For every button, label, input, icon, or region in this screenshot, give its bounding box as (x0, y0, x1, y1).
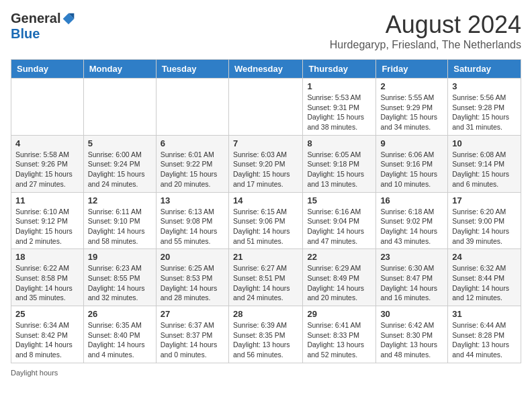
day-number: 4 (15, 138, 79, 148)
day-number: 8 (307, 138, 371, 148)
day-number: 3 (452, 81, 517, 91)
weekday-header: Saturday (448, 60, 521, 79)
day-number: 31 (452, 309, 517, 319)
calendar-day-cell: 31Sunrise: 6:44 AM Sunset: 8:28 PM Dayli… (448, 306, 521, 363)
calendar-day-cell: 3Sunrise: 5:56 AM Sunset: 9:28 PM Daylig… (448, 79, 521, 136)
day-info: Sunrise: 5:55 AM Sunset: 9:29 PM Dayligh… (380, 93, 443, 132)
calendar-day-cell: 25Sunrise: 6:34 AM Sunset: 8:42 PM Dayli… (11, 306, 84, 363)
daylight-label: Daylight hours (11, 369, 58, 377)
day-number: 28 (233, 309, 298, 319)
day-info: Sunrise: 6:42 AM Sunset: 8:30 PM Dayligh… (380, 320, 443, 360)
calendar-day-cell: 14Sunrise: 6:15 AM Sunset: 9:06 PM Dayli… (228, 192, 302, 249)
calendar-day-cell: 27Sunrise: 6:37 AM Sunset: 8:37 PM Dayli… (156, 306, 228, 363)
weekday-header: Friday (376, 60, 448, 79)
calendar-subtitle: Hurdegaryp, Friesland, The Netherlands (330, 39, 521, 51)
day-info: Sunrise: 5:56 AM Sunset: 9:28 PM Dayligh… (452, 93, 517, 132)
day-info: Sunrise: 6:22 AM Sunset: 8:58 PM Dayligh… (15, 263, 79, 303)
day-info: Sunrise: 6:00 AM Sunset: 9:24 PM Dayligh… (88, 150, 152, 189)
calendar-day-cell: 22Sunrise: 6:29 AM Sunset: 8:49 PM Dayli… (303, 249, 376, 306)
day-info: Sunrise: 6:35 AM Sunset: 8:40 PM Dayligh… (88, 320, 152, 360)
weekday-header: Wednesday (228, 60, 302, 79)
day-info: Sunrise: 6:44 AM Sunset: 8:28 PM Dayligh… (452, 320, 517, 360)
calendar-day-cell: 18Sunrise: 6:22 AM Sunset: 8:58 PM Dayli… (11, 249, 84, 306)
calendar-day-cell: 26Sunrise: 6:35 AM Sunset: 8:40 PM Dayli… (83, 306, 156, 363)
calendar-day-cell: 29Sunrise: 6:41 AM Sunset: 8:33 PM Dayli… (303, 306, 376, 363)
logo-general-text: General (11, 11, 60, 26)
day-number: 29 (307, 309, 371, 319)
calendar-day-cell (83, 79, 156, 136)
day-info: Sunrise: 5:53 AM Sunset: 9:31 PM Dayligh… (307, 93, 371, 132)
calendar-day-cell: 8Sunrise: 6:05 AM Sunset: 9:18 PM Daylig… (303, 135, 376, 192)
calendar-day-cell: 20Sunrise: 6:25 AM Sunset: 8:53 PM Dayli… (156, 249, 228, 306)
day-info: Sunrise: 6:10 AM Sunset: 9:12 PM Dayligh… (15, 207, 79, 246)
day-info: Sunrise: 6:29 AM Sunset: 8:49 PM Dayligh… (307, 263, 371, 303)
calendar-day-cell: 15Sunrise: 6:16 AM Sunset: 9:04 PM Dayli… (303, 192, 376, 249)
page-header: General Blue August 2024 Hurdegaryp, Fri… (11, 11, 521, 51)
day-number: 21 (233, 252, 298, 262)
title-block: August 2024 Hurdegaryp, Friesland, The N… (330, 11, 521, 51)
weekday-header: Tuesday (156, 60, 228, 79)
day-number: 5 (88, 138, 152, 148)
calendar-day-cell: 23Sunrise: 6:30 AM Sunset: 8:47 PM Dayli… (376, 249, 448, 306)
day-number: 27 (161, 309, 224, 319)
day-info: Sunrise: 6:01 AM Sunset: 9:22 PM Dayligh… (161, 150, 224, 189)
day-number: 30 (380, 309, 443, 319)
day-info: Sunrise: 6:41 AM Sunset: 8:33 PM Dayligh… (307, 320, 371, 360)
calendar-day-cell (156, 79, 228, 136)
calendar-week-row: 18Sunrise: 6:22 AM Sunset: 8:58 PM Dayli… (11, 249, 521, 306)
calendar-day-cell: 4Sunrise: 5:58 AM Sunset: 9:26 PM Daylig… (11, 135, 84, 192)
day-number: 1 (307, 81, 371, 91)
logo-icon (62, 12, 75, 26)
calendar-day-cell: 9Sunrise: 6:06 AM Sunset: 9:16 PM Daylig… (376, 135, 448, 192)
calendar-day-cell: 13Sunrise: 6:13 AM Sunset: 9:08 PM Dayli… (156, 192, 228, 249)
calendar-day-cell: 28Sunrise: 6:39 AM Sunset: 8:35 PM Dayli… (228, 306, 302, 363)
day-info: Sunrise: 6:27 AM Sunset: 8:51 PM Dayligh… (233, 263, 298, 303)
calendar-day-cell: 16Sunrise: 6:18 AM Sunset: 9:02 PM Dayli… (376, 192, 448, 249)
day-info: Sunrise: 6:18 AM Sunset: 9:02 PM Dayligh… (380, 207, 443, 246)
weekday-header: Sunday (11, 60, 84, 79)
day-number: 6 (161, 138, 224, 148)
day-info: Sunrise: 6:34 AM Sunset: 8:42 PM Dayligh… (15, 320, 79, 360)
calendar-day-cell: 21Sunrise: 6:27 AM Sunset: 8:51 PM Dayli… (228, 249, 302, 306)
day-number: 18 (15, 252, 79, 262)
calendar-week-row: 1Sunrise: 5:53 AM Sunset: 9:31 PM Daylig… (11, 79, 521, 136)
day-info: Sunrise: 6:13 AM Sunset: 9:08 PM Dayligh… (161, 207, 224, 246)
day-number: 15 (307, 195, 371, 205)
calendar-day-cell: 2Sunrise: 5:55 AM Sunset: 9:29 PM Daylig… (376, 79, 448, 136)
day-number: 23 (380, 252, 443, 262)
calendar-week-row: 25Sunrise: 6:34 AM Sunset: 8:42 PM Dayli… (11, 306, 521, 363)
day-number: 20 (161, 252, 224, 262)
calendar-week-row: 11Sunrise: 6:10 AM Sunset: 9:12 PM Dayli… (11, 192, 521, 249)
calendar-day-cell: 1Sunrise: 5:53 AM Sunset: 9:31 PM Daylig… (303, 79, 376, 136)
day-number: 11 (15, 195, 79, 205)
day-info: Sunrise: 6:32 AM Sunset: 8:44 PM Dayligh… (452, 263, 517, 303)
day-info: Sunrise: 6:39 AM Sunset: 8:35 PM Dayligh… (233, 320, 298, 360)
calendar-day-cell: 10Sunrise: 6:08 AM Sunset: 9:14 PM Dayli… (448, 135, 521, 192)
day-info: Sunrise: 6:37 AM Sunset: 8:37 PM Dayligh… (161, 320, 224, 360)
day-info: Sunrise: 6:08 AM Sunset: 9:14 PM Dayligh… (452, 150, 517, 189)
day-number: 10 (452, 138, 517, 148)
calendar-day-cell: 30Sunrise: 6:42 AM Sunset: 8:30 PM Dayli… (376, 306, 448, 363)
weekday-header-row: SundayMondayTuesdayWednesdayThursdayFrid… (11, 60, 521, 79)
calendar-day-cell: 6Sunrise: 6:01 AM Sunset: 9:22 PM Daylig… (156, 135, 228, 192)
day-number: 13 (161, 195, 224, 205)
day-info: Sunrise: 6:05 AM Sunset: 9:18 PM Dayligh… (307, 150, 371, 189)
day-info: Sunrise: 6:16 AM Sunset: 9:04 PM Dayligh… (307, 207, 371, 246)
day-info: Sunrise: 6:20 AM Sunset: 9:00 PM Dayligh… (452, 207, 517, 246)
day-number: 22 (307, 252, 371, 262)
calendar-week-row: 4Sunrise: 5:58 AM Sunset: 9:26 PM Daylig… (11, 135, 521, 192)
day-number: 2 (380, 81, 443, 91)
logo-blue-text: Blue (11, 26, 40, 42)
calendar-title: August 2024 (330, 11, 521, 39)
calendar-footer: Daylight hours (11, 369, 521, 377)
day-number: 24 (452, 252, 517, 262)
weekday-header: Monday (83, 60, 156, 79)
day-info: Sunrise: 6:25 AM Sunset: 8:53 PM Dayligh… (161, 263, 224, 303)
day-info: Sunrise: 6:11 AM Sunset: 9:10 PM Dayligh… (88, 207, 152, 246)
day-info: Sunrise: 6:06 AM Sunset: 9:16 PM Dayligh… (380, 150, 443, 189)
day-number: 7 (233, 138, 298, 148)
day-info: Sunrise: 6:15 AM Sunset: 9:06 PM Dayligh… (233, 207, 298, 246)
day-number: 16 (380, 195, 443, 205)
calendar-day-cell: 5Sunrise: 6:00 AM Sunset: 9:24 PM Daylig… (83, 135, 156, 192)
day-info: Sunrise: 6:03 AM Sunset: 9:20 PM Dayligh… (233, 150, 298, 189)
